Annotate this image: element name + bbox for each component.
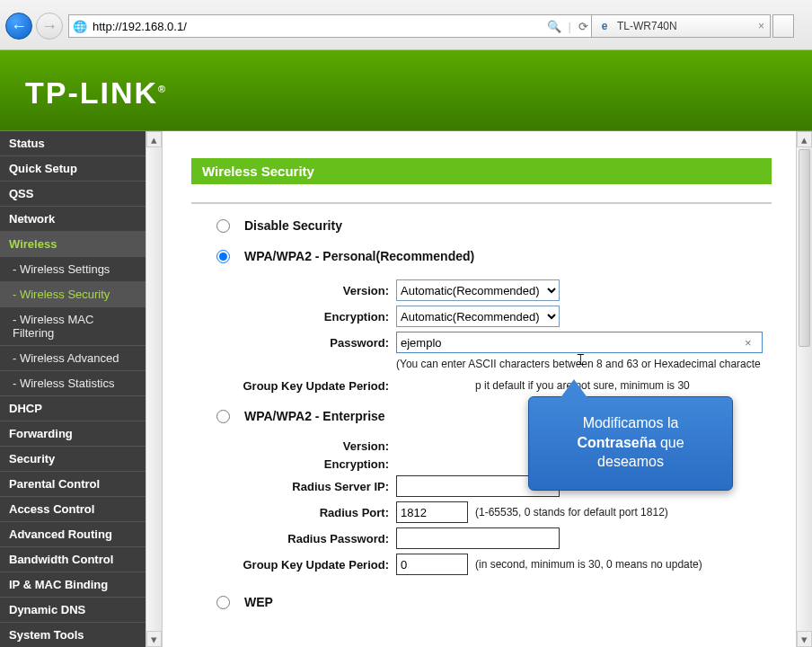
arrow-right-icon: →: [41, 17, 57, 36]
hint-gkup-enterprise: (in second, minimum is 30, 0 means no up…: [475, 558, 702, 571]
tutorial-callout: Modificamos la Contraseña que deseamos: [528, 396, 733, 491]
sidebar-item-forwarding[interactable]: Forwarding: [0, 421, 146, 447]
clear-input-icon[interactable]: ×: [745, 336, 752, 350]
address-input[interactable]: [91, 15, 540, 37]
nav-forward-button[interactable]: →: [36, 13, 63, 40]
ie-page-icon: 🌐: [69, 20, 91, 33]
callout-line3: deseamos: [597, 454, 664, 469]
arrow-left-icon: ←: [11, 17, 27, 36]
label-version-personal: Version:: [191, 284, 389, 297]
ie-icon: e: [597, 19, 612, 33]
content-scrollbar[interactable]: ▴ ▾: [796, 131, 812, 647]
sidebar-item-wireless[interactable]: Wireless: [0, 232, 146, 257]
sidebar-item-wireless-statistics[interactable]: - Wireless Statistics: [0, 371, 146, 396]
scroll-up-icon[interactable]: ▴: [146, 131, 162, 147]
sidebar-item-wireless-security[interactable]: - Wireless Security: [0, 282, 146, 307]
callout-line2-rest: que: [656, 435, 684, 450]
input-password-personal[interactable]: [396, 332, 763, 353]
label-wpa-enterprise: WPA/WPA2 - Enterprise: [244, 409, 385, 423]
browser-chrome: ← → 🌐 🔍 | ⟳ e TL-WR740N ×: [0, 0, 812, 50]
label-encryption-personal: Encryption:: [191, 310, 389, 324]
new-tab-button[interactable]: [772, 14, 794, 38]
radio-wpa-enterprise[interactable]: [216, 410, 230, 423]
hint-password: (You can enter ASCII characters between …: [396, 358, 761, 370]
label-gkup-personal: Group Key Update Period:: [191, 379, 389, 393]
input-radius-port[interactable]: [396, 501, 468, 523]
callout-line1: Modificamos la: [583, 415, 679, 430]
sidebar-item-security[interactable]: Security: [0, 447, 146, 472]
content-scroll-down-icon[interactable]: ▾: [797, 631, 812, 647]
content-area: Wireless Security Disable Security WPA/W…: [163, 131, 796, 647]
label-radius-server: Radius Server IP:: [191, 480, 389, 493]
sidebar-item-system-tools[interactable]: System Tools: [0, 623, 146, 647]
sidebar-item-network[interactable]: Network: [0, 207, 146, 232]
search-icon[interactable]: 🔍: [547, 20, 561, 33]
select-encryption-personal[interactable]: Automatic(Recommended): [396, 306, 560, 327]
sidebar-item-status[interactable]: Status: [0, 131, 146, 156]
tab-close-icon[interactable]: ×: [758, 20, 764, 32]
input-gkup-enterprise[interactable]: [396, 554, 468, 575]
sidebar-item-advanced-routing[interactable]: Advanced Routing: [0, 522, 146, 547]
sidebar-item-parental-control[interactable]: Parental Control: [0, 472, 146, 497]
sidebar-item-quick-setup[interactable]: Quick Setup: [0, 156, 146, 182]
label-wpa-personal: WPA/WPA2 - Personal(Recommended): [244, 249, 474, 263]
label-disable-security: Disable Security: [244, 218, 342, 233]
radio-wpa-personal[interactable]: [216, 250, 230, 263]
content-scroll-thumb[interactable]: [799, 149, 810, 347]
label-encryption-enterprise: Encryption:: [191, 457, 389, 471]
tab-title: TL-WR740N: [617, 20, 677, 32]
sidebar-item-bandwidth-control[interactable]: Bandwidth Control: [0, 547, 146, 572]
hint-radius-port: (1-65535, 0 stands for default port 1812…: [475, 506, 668, 518]
label-radius-password: Radius Password:: [191, 532, 389, 545]
sidebar-item-dhcp[interactable]: DHCP: [0, 396, 146, 421]
label-version-enterprise: Version:: [191, 439, 389, 453]
browser-tab[interactable]: e TL-WR740N ×: [591, 14, 771, 38]
radio-disable-security[interactable]: [216, 219, 230, 233]
content-scroll-up-icon[interactable]: ▴: [797, 131, 812, 147]
label-gkup-enterprise: Group Key Update Period:: [191, 558, 389, 572]
sidebar-item-ip-mac-binding[interactable]: IP & MAC Binding: [0, 572, 146, 598]
radio-wep[interactable]: [216, 596, 230, 609]
brand-logo: TP-LINK®: [25, 75, 167, 111]
sidebar-item-access-control[interactable]: Access Control: [0, 497, 146, 522]
sidebar-item-qss[interactable]: QSS: [0, 182, 146, 207]
sidebar: StatusQuick SetupQSSNetworkWireless- Wir…: [0, 131, 146, 647]
label-password-personal: Password:: [191, 336, 389, 350]
nav-back-button[interactable]: ←: [5, 13, 32, 40]
input-radius-password[interactable]: [396, 527, 560, 549]
sidebar-item-wireless-settings[interactable]: - Wireless Settings: [0, 257, 146, 282]
app-header: TP-LINK®: [0, 50, 812, 131]
scroll-down-icon[interactable]: ▾: [146, 631, 162, 647]
label-radius-port: Radius Port:: [191, 506, 389, 519]
address-bar[interactable]: 🌐 🔍 | ⟳: [68, 14, 596, 38]
sidebar-item-wireless-advanced[interactable]: - Wireless Advanced: [0, 346, 146, 371]
label-wep: WEP: [244, 595, 273, 609]
callout-bold: Contraseña: [577, 435, 656, 450]
sidebar-item-dynamic-dns[interactable]: Dynamic DNS: [0, 598, 146, 623]
sidebar-item-wireless-mac-filtering[interactable]: - Wireless MAC Filtering: [0, 307, 146, 346]
page-title: Wireless Security: [191, 158, 772, 184]
select-version-personal[interactable]: Automatic(Recommended): [396, 279, 560, 301]
sidebar-scrollbar[interactable]: ▴ ▾: [146, 131, 162, 647]
refresh-icon[interactable]: ⟳: [578, 20, 588, 33]
